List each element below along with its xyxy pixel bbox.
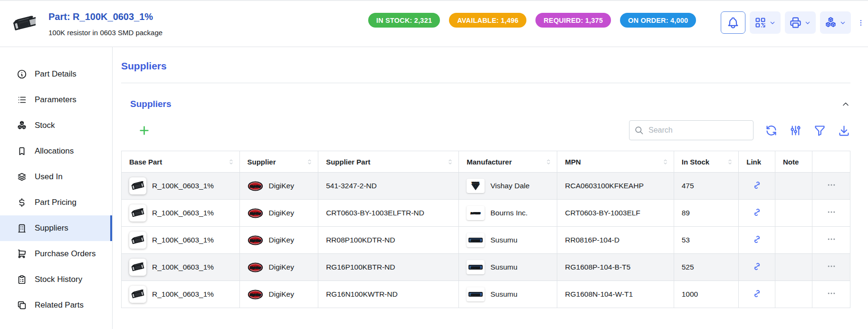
base-part-name: R_100K_0603_1% <box>152 290 214 299</box>
notifications-button[interactable] <box>721 11 745 34</box>
dropdown-button[interactable] <box>820 11 851 34</box>
supplier-name: DigiKey <box>269 236 294 244</box>
manufacturer-cell[interactable]: SUSUMU Susumu <box>459 254 557 281</box>
sidebar-item[interactable]: Part Pricing <box>0 190 112 215</box>
sidebar-item-label: Part Details <box>35 69 76 79</box>
in-stock-value: 53 <box>682 236 690 244</box>
link-icon[interactable] <box>752 289 762 299</box>
row-menu-button[interactable] <box>825 234 838 244</box>
supplier-part-cell[interactable]: CRT0603-BY-1003ELFTR-ND <box>318 200 459 227</box>
table-row[interactable]: R_100K_0603_1% Digi-Key DigiKey RG16P100… <box>122 254 850 281</box>
column-header[interactable]: Note <box>775 151 812 173</box>
part-sidebar: Part Details Parameters Stock Allocation… <box>0 47 113 329</box>
sidebar-item[interactable]: Part Details <box>0 61 112 87</box>
supplier-cell[interactable]: Digi-Key DigiKey <box>239 200 318 227</box>
row-menu-button[interactable] <box>825 289 838 298</box>
sidebar-item[interactable]: Suppliers <box>0 215 112 241</box>
link-icon[interactable] <box>752 180 762 190</box>
supplier-cell[interactable]: Digi-Key DigiKey <box>239 281 318 308</box>
column-header[interactable]: Supplier Part <box>318 151 459 173</box>
sort-icon[interactable] <box>228 158 235 165</box>
supplier-part-cell[interactable]: RG16N100KWTR-ND <box>318 281 459 308</box>
dropdown-button[interactable] <box>785 11 816 34</box>
supplier-part-number: 541-3247-2-ND <box>326 182 377 190</box>
sidebar-item[interactable]: Used In <box>0 164 112 190</box>
column-header[interactable]: Manufacturer <box>459 151 557 173</box>
search-input[interactable] <box>649 126 748 135</box>
link-icon[interactable] <box>752 261 762 271</box>
manufacturer-logo: BOURNS <box>467 207 484 219</box>
column-header[interactable] <box>812 151 850 173</box>
supplier-cell[interactable]: Digi-Key DigiKey <box>239 254 318 281</box>
manufacturer-cell[interactable]: SUSUMU Susumu <box>459 227 557 254</box>
filter-button[interactable] <box>813 124 826 137</box>
column-header[interactable]: Base Part <box>122 151 240 173</box>
row-menu-button[interactable] <box>825 261 838 271</box>
column-header[interactable]: Supplier <box>239 151 318 173</box>
base-part-cell[interactable]: R_100K_0603_1% <box>122 227 240 254</box>
add-supplier-part-button[interactable] <box>138 124 151 137</box>
column-header-label: Supplier Part <box>326 158 370 166</box>
column-header[interactable]: Link <box>739 151 775 173</box>
column-header[interactable]: MPN <box>557 151 674 173</box>
row-menu-button[interactable] <box>825 207 838 217</box>
sidebar-item[interactable]: Stock <box>0 113 112 138</box>
collapse-panel-icon[interactable] <box>841 99 850 109</box>
sidebar-item-label: Parameters <box>35 95 76 105</box>
table-row[interactable]: R_100K_0603_1% Digi-Key DigiKey CRT0603-… <box>122 200 850 227</box>
sidebar-item-icon <box>17 274 27 285</box>
sidebar-item-icon <box>17 197 27 208</box>
supplier-part-cell[interactable]: 541-3247-2-ND <box>318 173 459 200</box>
manufacturer-cell[interactable]: SUSUMU Susumu <box>459 281 557 308</box>
base-part-cell[interactable]: R_100K_0603_1% <box>122 254 240 281</box>
resistor-chip-icon <box>131 179 145 193</box>
mpn-cell: RG1608N-104-W-T1 <box>557 281 674 308</box>
sidebar-item[interactable]: Allocations <box>0 138 112 164</box>
supplier-cell[interactable]: Digi-Key DigiKey <box>239 173 318 200</box>
sort-icon[interactable] <box>447 158 454 165</box>
table-row[interactable]: R_100K_0603_1% Digi-Key DigiKey RR08P100… <box>122 227 850 254</box>
link-icon[interactable] <box>752 234 762 244</box>
download-button[interactable] <box>838 124 850 137</box>
in-stock-value: 475 <box>682 182 694 190</box>
sidebar-item[interactable]: Related Parts <box>0 292 112 318</box>
manufacturer-cell[interactable]: BOURNS Bourns Inc. <box>459 200 557 227</box>
sidebar-item[interactable]: Stock History <box>0 267 112 292</box>
in-stock-cell: 475 <box>674 173 739 200</box>
status-badge: AVAILABLE: 1,496 <box>449 13 526 28</box>
base-part-cell[interactable]: R_100K_0603_1% <box>122 281 240 308</box>
row-menu-button[interactable] <box>825 180 838 190</box>
supplier-part-number: RR08P100KDTR-ND <box>326 236 395 244</box>
manufacturer-cell[interactable]: VISHAY. Vishay Dale <box>459 173 557 200</box>
overflow-menu-button[interactable] <box>857 14 865 32</box>
sort-icon[interactable] <box>726 158 734 165</box>
supplier-part-number: RG16N100KWTR-ND <box>326 290 398 298</box>
base-part-cell[interactable]: R_100K_0603_1% <box>122 200 240 227</box>
sort-icon[interactable] <box>306 158 313 165</box>
sidebar-item[interactable]: Purchase Orders <box>0 241 112 267</box>
manufacturer-name: Vishay Dale <box>490 182 529 190</box>
page-title[interactable]: Part: R_100K_0603_1% <box>48 11 162 22</box>
supplier-cell[interactable]: Digi-Key DigiKey <box>239 227 318 254</box>
link-cell <box>739 200 775 227</box>
mpn-value: RG1608P-104-B-T5 <box>565 263 630 271</box>
column-header-label: In Stock <box>682 158 709 166</box>
supplier-part-cell[interactable]: RR08P100KDTR-ND <box>318 227 459 254</box>
table-row[interactable]: R_100K_0603_1% Digi-Key DigiKey 541-3247… <box>122 173 850 200</box>
link-icon[interactable] <box>752 207 762 217</box>
sort-icon[interactable] <box>662 158 669 165</box>
chevron-down-icon <box>839 19 847 27</box>
refresh-button[interactable] <box>765 124 778 137</box>
search-box[interactable] <box>629 120 754 140</box>
adjustments-button[interactable] <box>789 124 802 137</box>
sidebar-item[interactable]: Parameters <box>0 87 112 113</box>
status-badge: IN STOCK: 2,321 <box>368 13 440 28</box>
sort-icon[interactable] <box>545 158 552 165</box>
table-row[interactable]: R_100K_0603_1% Digi-Key DigiKey RG16N100… <box>122 281 850 308</box>
note-cell <box>775 281 812 308</box>
supplier-part-cell[interactable]: RG16P100KBTR-ND <box>318 254 459 281</box>
column-header[interactable]: In Stock <box>674 151 739 173</box>
sidebar-item-icon <box>17 95 27 105</box>
dropdown-button[interactable] <box>750 11 781 34</box>
base-part-cell[interactable]: R_100K_0603_1% <box>122 173 240 200</box>
